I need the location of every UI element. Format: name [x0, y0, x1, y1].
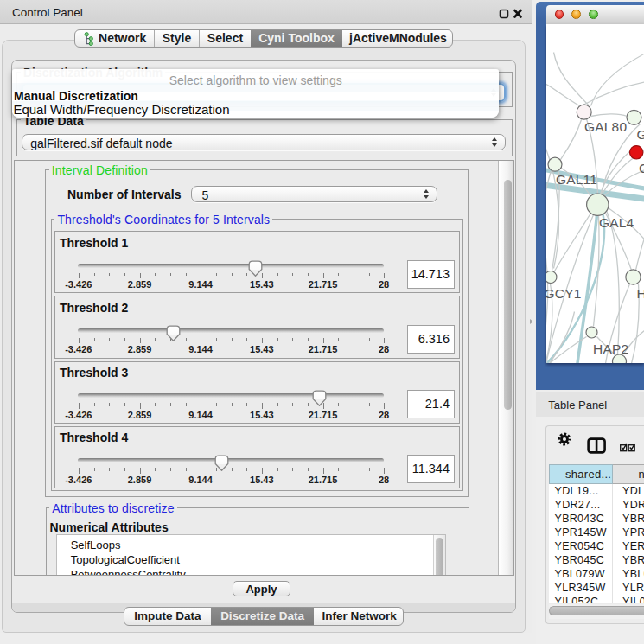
svg-text:CR: CR [639, 161, 644, 175]
svg-text:GCY1: GCY1 [546, 286, 582, 301]
svg-text:GAL11: GAL11 [556, 171, 597, 186]
svg-text:GAL80: GAL80 [584, 119, 627, 134]
svg-text:GA: GA [636, 127, 644, 142]
svg-text:GAL4: GAL4 [599, 215, 634, 230]
svg-text:HI: HI [636, 285, 644, 300]
svg-text:HAP2: HAP2 [593, 341, 628, 356]
